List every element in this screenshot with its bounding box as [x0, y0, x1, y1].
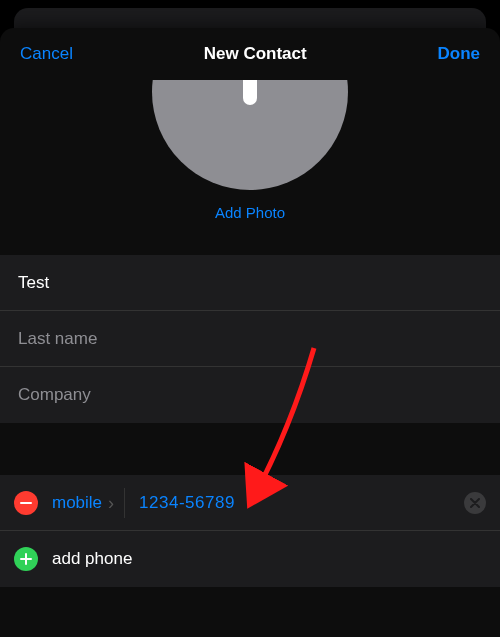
- phone-type-label: mobile: [52, 493, 102, 513]
- company-input[interactable]: [18, 385, 482, 405]
- background-sheet-edge: [14, 8, 486, 28]
- add-phone-row[interactable]: add phone: [0, 531, 500, 587]
- last-name-row: [0, 311, 500, 367]
- company-row: [0, 367, 500, 423]
- cancel-button[interactable]: Cancel: [20, 44, 73, 64]
- first-name-row: [0, 255, 500, 311]
- phone-type-button[interactable]: mobile ›: [52, 493, 114, 513]
- avatar-section: Add Photo: [0, 80, 500, 255]
- last-name-input[interactable]: [18, 329, 482, 349]
- add-photo-button[interactable]: Add Photo: [215, 204, 285, 221]
- add-phone-label: add phone: [52, 549, 132, 569]
- avatar-clip: [152, 80, 348, 190]
- chevron-right-icon: ›: [108, 494, 114, 512]
- done-button[interactable]: Done: [437, 44, 480, 64]
- section-gap: [0, 423, 500, 475]
- remove-phone-icon[interactable]: [14, 491, 38, 515]
- navbar: Cancel New Contact Done: [0, 28, 500, 80]
- add-phone-icon[interactable]: [14, 547, 38, 571]
- new-contact-sheet: Cancel New Contact Done Add Photo mobile…: [0, 28, 500, 637]
- first-name-input[interactable]: [18, 273, 482, 293]
- phones-group: mobile › add phone: [0, 475, 500, 587]
- x-icon: [470, 498, 480, 508]
- name-group: [0, 255, 500, 423]
- avatar-placeholder[interactable]: [152, 80, 348, 190]
- divider: [124, 488, 125, 518]
- clear-phone-icon[interactable]: [464, 492, 486, 514]
- page-title: New Contact: [204, 44, 307, 64]
- phone-entry-row: mobile ›: [0, 475, 500, 531]
- avatar-glyph: [243, 80, 257, 105]
- phone-number-input[interactable]: [139, 493, 464, 513]
